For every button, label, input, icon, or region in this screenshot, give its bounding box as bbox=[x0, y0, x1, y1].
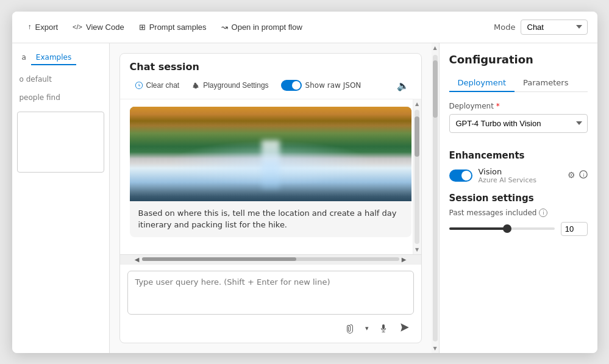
toggle-group: Show raw JSON bbox=[281, 80, 361, 91]
send-button[interactable] bbox=[396, 321, 414, 337]
vision-sub: Azure AI Services bbox=[479, 176, 561, 184]
svg-marker-5 bbox=[130, 128, 282, 177]
svg-marker-2 bbox=[191, 107, 264, 162]
playground-settings-button[interactable]: Playground Settings bbox=[187, 79, 273, 92]
settings-icon bbox=[191, 81, 200, 90]
slider-thumb[interactable] bbox=[503, 224, 511, 233]
session-heading: Session settings bbox=[449, 193, 588, 204]
main-area-scrollbar[interactable]: ▲ ▼ bbox=[432, 43, 439, 353]
open-prompt-flow-button[interactable]: ↝ Open in prompt flow bbox=[215, 19, 308, 35]
svg-text:i: i bbox=[583, 173, 584, 178]
sidebar-tab-a[interactable]: a bbox=[17, 51, 31, 65]
tab-parameters[interactable]: Parameters bbox=[515, 74, 577, 92]
clear-chat-label: Clear chat bbox=[146, 81, 180, 90]
past-messages-info-icon[interactable]: i bbox=[539, 209, 547, 217]
gear-icon[interactable]: ⚙ bbox=[568, 170, 575, 180]
svg-rect-10 bbox=[130, 168, 374, 201]
svg-rect-8 bbox=[251, 137, 255, 201]
scroll-thumb[interactable] bbox=[415, 116, 419, 157]
export-icon: ↑ bbox=[28, 23, 32, 31]
mode-label: Mode bbox=[494, 23, 515, 32]
messages-value-input[interactable] bbox=[561, 222, 588, 236]
past-messages-label: Past messages included bbox=[449, 209, 537, 217]
main-scroll-up[interactable]: ▲ bbox=[433, 43, 436, 52]
left-sidebar: a Examples o default people find bbox=[12, 43, 110, 353]
sidebar-people-find: people find bbox=[12, 88, 109, 107]
clear-icon bbox=[135, 81, 143, 90]
deployment-label: Deployment * bbox=[449, 102, 588, 110]
view-code-button[interactable]: </> View Code bbox=[66, 19, 130, 35]
chat-title: Chat session bbox=[130, 61, 411, 73]
enhancement-icons: ⚙ i bbox=[568, 170, 588, 180]
sidebar-textarea[interactable] bbox=[17, 112, 104, 173]
tab-deployment[interactable]: Deployment bbox=[449, 74, 515, 92]
messages-scroll-area[interactable]: Based on where this is, tell me the loca… bbox=[120, 99, 421, 254]
deployment-select[interactable]: GPT-4 Turbo with Vision GPT-4o GPT-3.5-t… bbox=[449, 114, 588, 133]
svg-point-9 bbox=[220, 183, 293, 201]
attach-button[interactable] bbox=[343, 323, 358, 335]
prompt-samples-button[interactable]: ⊞ Prompt samples bbox=[133, 19, 213, 35]
messages-slider[interactable] bbox=[449, 227, 555, 230]
info-circle-icon[interactable]: i bbox=[579, 170, 588, 180]
svg-marker-3 bbox=[301, 107, 374, 155]
main-scroll-down[interactable]: ▼ bbox=[433, 344, 436, 353]
mode-select[interactable]: Chat Complete Image bbox=[521, 20, 588, 35]
horizontal-scrollbar: ◀ ▶ bbox=[120, 254, 421, 264]
scroll-left-arrow[interactable]: ◀ bbox=[132, 254, 142, 264]
playground-settings-label: Playground Settings bbox=[203, 81, 268, 90]
svg-rect-7 bbox=[249, 137, 264, 201]
scroll-track bbox=[415, 110, 419, 244]
enhancements-heading: Enhancements bbox=[449, 150, 588, 161]
toolbar: ↑ Export </> View Code ⊞ Prompt samples … bbox=[12, 12, 597, 43]
message-image bbox=[130, 107, 411, 201]
volume-icon[interactable]: 🔈 bbox=[394, 77, 411, 94]
send-icon bbox=[399, 322, 410, 333]
vision-label: Vision bbox=[479, 167, 561, 176]
mode-group: Mode Chat Complete Image bbox=[494, 20, 587, 35]
mic-button[interactable] bbox=[376, 323, 391, 335]
svg-rect-0 bbox=[130, 107, 374, 143]
export-button[interactable]: ↑ Export bbox=[22, 19, 65, 35]
grid-icon: ⊞ bbox=[139, 23, 146, 32]
flow-icon: ↝ bbox=[221, 23, 228, 32]
h-scroll-track[interactable] bbox=[142, 257, 399, 261]
sidebar-nav: a Examples bbox=[12, 51, 109, 70]
main-scroll-track bbox=[433, 55, 438, 341]
enhancement-info: Vision Azure AI Services bbox=[479, 167, 561, 184]
prompt-samples-label: Prompt samples bbox=[149, 23, 207, 32]
config-tabs: Deployment Parameters bbox=[449, 74, 588, 92]
scroll-up-arrow[interactable]: ▲ bbox=[415, 99, 419, 109]
sidebar-tab-examples[interactable]: Examples bbox=[31, 51, 76, 65]
main-content: a Examples o default people find Chat se… bbox=[12, 43, 597, 353]
svg-marker-13 bbox=[297, 107, 331, 143]
dropdown-button[interactable]: ▾ bbox=[363, 323, 371, 334]
slider-row bbox=[449, 222, 588, 236]
message-bubble: Based on where this is, tell me the loca… bbox=[130, 107, 411, 237]
chat-input[interactable] bbox=[127, 271, 414, 315]
h-scroll-thumb[interactable] bbox=[142, 257, 296, 261]
right-panel: Configuration Deployment Parameters Depl… bbox=[439, 43, 597, 353]
enhancement-row: Vision Azure AI Services ⚙ i bbox=[449, 167, 588, 184]
landscape-svg bbox=[130, 107, 411, 201]
svg-marker-6 bbox=[252, 119, 313, 155]
raw-json-toggle[interactable] bbox=[281, 80, 302, 91]
raw-json-label: Show raw JSON bbox=[305, 81, 361, 90]
center-area: Chat session Clear chat Play bbox=[110, 43, 432, 353]
config-title: Configuration bbox=[449, 53, 588, 66]
vertical-scrollbar[interactable]: ▲ ▼ bbox=[413, 99, 421, 254]
scroll-right-arrow[interactable]: ▶ bbox=[399, 254, 409, 264]
clear-chat-button[interactable]: Clear chat bbox=[130, 79, 185, 92]
chat-messages: Based on where this is, tell me the loca… bbox=[120, 99, 421, 254]
view-code-label: View Code bbox=[86, 23, 124, 32]
main-window: ↑ Export </> View Code ⊞ Prompt samples … bbox=[12, 12, 597, 353]
code-icon: </> bbox=[73, 23, 82, 30]
open-prompt-flow-label: Open in prompt flow bbox=[232, 23, 302, 32]
vision-toggle[interactable] bbox=[449, 170, 472, 182]
chat-input-area: ▾ bbox=[120, 264, 421, 343]
attachment-icon bbox=[346, 324, 355, 334]
chat-header-section: Chat session Clear chat Play bbox=[120, 54, 421, 99]
sidebar-default-text: o default bbox=[12, 70, 109, 88]
main-scroll-thumb[interactable] bbox=[433, 60, 438, 118]
scroll-down-arrow[interactable]: ▼ bbox=[415, 245, 419, 254]
svg-marker-11 bbox=[130, 159, 374, 201]
